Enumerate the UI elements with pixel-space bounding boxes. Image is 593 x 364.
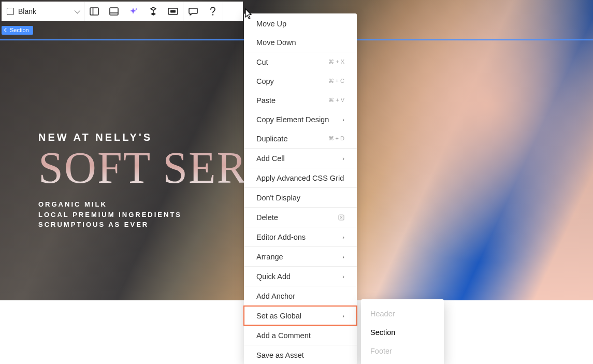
menu-item-arrange[interactable]: Arrange› bbox=[244, 247, 357, 266]
menu-item-paste[interactable]: Paste⌘ + V bbox=[244, 91, 357, 110]
menu-item-copy[interactable]: Copy⌘ + C bbox=[244, 71, 357, 91]
viewport-icon bbox=[168, 8, 178, 15]
menu-shortcut: ⌘ + X bbox=[328, 59, 344, 65]
submenu-label: Footer bbox=[370, 347, 392, 355]
chevron-right-icon: › bbox=[342, 313, 344, 319]
template-select[interactable]: Blank bbox=[2, 2, 84, 21]
menu-label: Copy Element Design bbox=[256, 115, 329, 124]
menu-item-copy-design[interactable]: Copy Element Design› bbox=[244, 110, 357, 129]
save-icon bbox=[109, 7, 119, 16]
svg-rect-0 bbox=[90, 8, 98, 15]
menu-label: Copy bbox=[256, 77, 274, 85]
square-icon bbox=[7, 8, 14, 15]
menu-label: Paste bbox=[256, 96, 276, 105]
menu-label: Arrange bbox=[256, 253, 283, 261]
submenu-label: Header bbox=[370, 310, 395, 318]
chevron-right-icon: › bbox=[342, 273, 344, 280]
chevron-right-icon: › bbox=[342, 234, 344, 240]
menu-label: Delete bbox=[256, 213, 278, 222]
svg-rect-6 bbox=[170, 10, 176, 13]
svg-rect-2 bbox=[110, 8, 118, 15]
chevron-right-icon: › bbox=[342, 117, 344, 123]
menu-shortcut: ⌘ + V bbox=[328, 97, 344, 104]
section-badge[interactable]: Section bbox=[2, 26, 33, 35]
layout-tool-button[interactable] bbox=[84, 2, 104, 21]
menu-shortcut: ⌘ + C bbox=[328, 78, 344, 84]
save-tool-button[interactable] bbox=[104, 2, 124, 21]
menu-label: Quick Add bbox=[256, 272, 291, 281]
section-badge-label: Section bbox=[10, 27, 29, 33]
ai-tool-button[interactable] bbox=[124, 2, 143, 21]
menu-label: Add Cell bbox=[256, 154, 285, 163]
template-select-label: Blank bbox=[18, 7, 75, 16]
menu-item-move-down[interactable]: Move Down bbox=[244, 33, 357, 52]
menu-item-save-asset[interactable]: Save as Asset bbox=[244, 345, 357, 364]
menu-item-quick-add[interactable]: Quick Add› bbox=[244, 267, 357, 286]
sparkle-icon bbox=[129, 7, 138, 16]
menu-label: Add a Comment bbox=[256, 331, 311, 340]
menu-item-editor-addons[interactable]: Editor Add-ons› bbox=[244, 227, 357, 246]
chevron-right-icon: › bbox=[342, 155, 344, 162]
menu-label: Duplicate bbox=[256, 135, 287, 143]
menu-label: Cut bbox=[256, 58, 268, 66]
menu-item-add-cell[interactable]: Add Cell› bbox=[244, 149, 357, 168]
menu-label: Add Anchor bbox=[256, 292, 295, 300]
help-tool-button[interactable] bbox=[203, 2, 223, 21]
svg-point-7 bbox=[212, 14, 213, 15]
menu-item-move-up[interactable]: Move Up bbox=[244, 13, 357, 33]
help-icon bbox=[210, 7, 216, 16]
stack-tool-button[interactable] bbox=[143, 2, 163, 21]
chevron-right-icon: › bbox=[342, 254, 344, 260]
more-tool-button[interactable] bbox=[223, 2, 243, 21]
menu-label: Move Down bbox=[256, 38, 296, 47]
viewport-tool-button[interactable] bbox=[163, 2, 183, 21]
toolbar-icons bbox=[84, 2, 243, 21]
context-menu: Move Up Move Down Cut⌘ + X Copy⌘ + C Pas… bbox=[244, 13, 357, 364]
menu-label: Save as Asset bbox=[256, 351, 304, 359]
menu-item-cut[interactable]: Cut⌘ + X bbox=[244, 52, 357, 71]
menu-item-duplicate[interactable]: Duplicate⌘ + D bbox=[244, 129, 357, 148]
comment-tool-button[interactable] bbox=[183, 2, 203, 21]
menu-item-apply-grid[interactable]: Apply Advanced CSS Grid bbox=[244, 168, 357, 187]
comment-icon bbox=[189, 7, 198, 16]
submenu-item-header: Header bbox=[361, 304, 444, 323]
stack-icon bbox=[149, 7, 157, 16]
submenu-item-footer: Footer bbox=[361, 342, 444, 360]
submenu-item-section[interactable]: Section bbox=[361, 323, 444, 342]
layout-panels-icon bbox=[90, 7, 99, 16]
menu-item-dont-display[interactable]: Don't Display bbox=[244, 188, 357, 207]
menu-label: Set as Global bbox=[256, 312, 301, 320]
menu-label: Editor Add-ons bbox=[256, 233, 306, 241]
menu-label: Don't Display bbox=[256, 194, 300, 202]
menu-item-add-comment[interactable]: Add a Comment bbox=[244, 326, 357, 345]
toolbar: Blank bbox=[2, 2, 243, 21]
cursor-pointer-icon bbox=[242, 8, 254, 21]
delete-icon bbox=[338, 214, 344, 221]
menu-label: Move Up bbox=[256, 20, 286, 28]
menu-item-set-global[interactable]: Set as Global› bbox=[244, 306, 357, 325]
chevron-down-icon bbox=[75, 8, 80, 13]
submenu-label: Section bbox=[370, 328, 395, 337]
menu-shortcut: ⌘ + D bbox=[328, 135, 344, 142]
menu-item-add-anchor[interactable]: Add Anchor bbox=[244, 286, 357, 305]
menu-item-delete[interactable]: Delete bbox=[244, 208, 357, 227]
set-global-submenu: Header Section Footer bbox=[361, 299, 444, 364]
menu-label: Apply Advanced CSS Grid bbox=[256, 174, 344, 182]
